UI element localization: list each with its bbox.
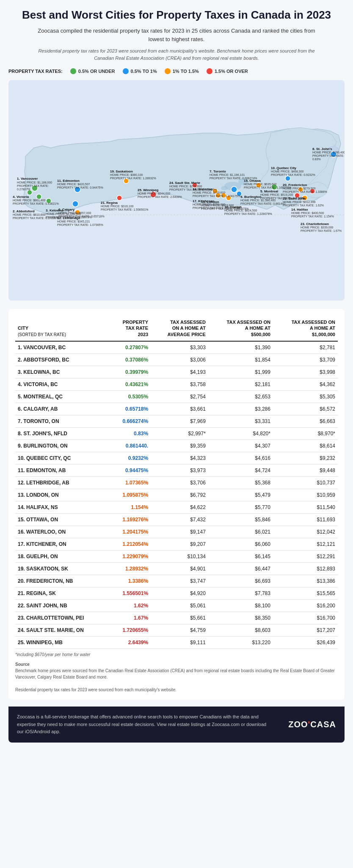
cell-city: 3. KELOWNA, BC <box>15 366 110 378</box>
cell-rate: 1.154% <box>110 501 151 514</box>
col-1m: TAX ASSESSED ONA HOME AT$1,000,000 <box>273 316 338 341</box>
svg-point-10 <box>231 186 237 192</box>
cell-1m: $12,042 <box>273 526 338 538</box>
svg-text:PROPERTY TAX RATE: 0.9232%: PROPERTY TAX RATE: 0.9232% <box>271 173 315 176</box>
cell-1m: $9,448 <box>273 465 338 477</box>
table-body: 1. VANCOUVER, BC0.27807%$3,303$1,390$2,7… <box>15 341 338 649</box>
legend-item-blue: 0.5% TO 1% <box>123 68 157 74</box>
svg-text:8. St. John's: 8. St. John's <box>312 147 332 151</box>
footer: Zoocasa is a full-service brokerage that… <box>8 707 345 743</box>
svg-text:HOME PRICE: $345,221: HOME PRICE: $345,221 <box>57 220 90 223</box>
table-row: 23. CHARLOTTETOWN, PEI1.67%$5,661$8,350$… <box>15 612 338 624</box>
cell-1m: $3,998 <box>273 366 338 378</box>
canada-map-svg: 1. Vancouver HOME PRICE: $1,188,000 PROP… <box>8 80 345 300</box>
cell-city: 17. KITCHENER, ON <box>15 538 110 551</box>
table-row: 18. GUELPH, ON1.229079%$10,134$6,145$12,… <box>15 551 338 563</box>
cell-avg: $2,997* <box>151 428 208 440</box>
legend-dot-orange <box>165 68 171 74</box>
cell-500k: $7,783 <box>208 587 273 600</box>
cell-city: 21. REGINA, SK <box>15 587 110 600</box>
source-section: Source Benchmark home prices were source… <box>15 661 338 693</box>
svg-text:11. Edmonton: 11. Edmonton <box>57 179 80 183</box>
cell-avg: $3,747 <box>151 575 208 587</box>
cell-city: 20. FREDERICTON, NB <box>15 575 110 587</box>
source-label: Source <box>15 662 30 667</box>
cell-rate: 1.67% <box>110 612 151 624</box>
cell-rate: 0.43621% <box>110 378 151 391</box>
legend-item-orange: 1% TO 1.5% <box>165 68 199 74</box>
cell-avg: $3,758 <box>151 378 208 391</box>
svg-text:9. Burlington: 9. Burlington <box>240 195 261 199</box>
cell-avg: $3,661 <box>151 403 208 415</box>
svg-text:PROPERTY TAX RATE:: PROPERTY TAX RATE: <box>17 184 49 187</box>
table-row: 24. SAULT STE. MARIE, ON1.720655%$4,759$… <box>15 624 338 637</box>
cell-rate: 0.65718% <box>110 403 151 415</box>
cell-city: 6. CALGARY, AB <box>15 403 110 415</box>
svg-text:PROPERTY TAX RATE: 1.204175%: PROPERTY TAX RATE: 1.204175% <box>193 195 240 198</box>
cell-avg: $5,661 <box>151 612 208 624</box>
cell-city: 8. ST. JOHN'S, NFLD <box>15 428 110 440</box>
cell-avg: $4,622 <box>151 501 208 514</box>
svg-text:HOME PRICE: $339,000: HOME PRICE: $339,000 <box>301 226 334 229</box>
table-row: 6. CALGARY, AB0.65718%$3,661$3,286$6,572 <box>15 403 338 415</box>
cell-city: 25. WINNIPEG, MB <box>15 637 110 649</box>
cell-city: 13. LONDON, ON <box>15 489 110 501</box>
cell-avg: $4,323 <box>151 452 208 465</box>
cell-500k: $6,447 <box>208 563 273 575</box>
cell-500k: $4,724 <box>208 465 273 477</box>
svg-text:23. Charlottetown: 23. Charlottetown <box>301 222 329 226</box>
cell-city: 15. OTTAWA, ON <box>15 514 110 526</box>
table-row: 19. SASKATOON, SK1.28932%$4,901$6,447$12… <box>15 563 338 575</box>
cell-rate: 1.212054% <box>110 538 151 551</box>
svg-text:PROPERTY TAX RATE: 1.154%: PROPERTY TAX RATE: 1.154% <box>291 215 334 218</box>
cell-avg: $4,920 <box>151 587 208 600</box>
cell-1m: $4,362 <box>273 378 338 391</box>
cell-city: 22. SAINT JOHN, NB <box>15 600 110 612</box>
cell-rate: 1.095875% <box>110 489 151 501</box>
svg-text:HOME PRICE: $312,399: HOME PRICE: $312,399 <box>283 200 316 203</box>
svg-text:HOME PRICE: $759,600: HOME PRICE: $759,600 <box>193 191 226 194</box>
table-row: 2. ABBOTSFORD, BC0.37086%$3,006$1,854$3,… <box>15 354 338 366</box>
cell-1m: $16,700 <box>273 612 338 624</box>
cell-1m: $11,693 <box>273 514 338 526</box>
cell-1m: $26,439 <box>273 637 338 649</box>
cell-city: 9. BURLINGTON, ON <box>15 440 110 452</box>
cell-avg: $10,134 <box>151 551 208 563</box>
svg-point-13 <box>285 176 290 181</box>
table-row: 15. OTTAWA, ON1.169276%$7,432$5,846$11,6… <box>15 514 338 526</box>
legend-label: PROPERTY TAX RATES: <box>8 69 63 74</box>
table-row: 4. VICTORIA, BC0.43621%$3,758$2,181$4,36… <box>15 378 338 391</box>
cell-city: 4. VICTORIA, BC <box>15 378 110 391</box>
svg-text:PROPERTY TAX RATE: 1.67%: PROPERTY TAX RATE: 1.67% <box>301 229 342 232</box>
svg-text:PROPERTY TAX RATE: 1.3386%: PROPERTY TAX RATE: 1.3386% <box>283 190 327 193</box>
cell-city: 18. GUELPH, ON <box>15 551 110 563</box>
table-row: 12. LETHBRIDGE, AB1.07365%$3,706$5,368$1… <box>15 477 338 489</box>
cell-500k: $13,220 <box>208 637 273 649</box>
cell-avg: $3,973 <box>151 465 208 477</box>
legend-dot-green <box>70 68 76 74</box>
svg-text:PROPERTY TAX RATE:: PROPERTY TAX RATE: <box>312 154 344 157</box>
cell-rate: 1.62% <box>110 600 151 612</box>
table-section: CITY(SORTED BY TAX RATE) PROPERTYTAX RAT… <box>8 309 345 700</box>
svg-text:20. Fredericton: 20. Fredericton <box>283 183 307 187</box>
svg-text:PROPERTY TAX RATE: 1.62%: PROPERTY TAX RATE: 1.62% <box>283 204 324 207</box>
cell-500k: $5,770 <box>208 501 273 514</box>
cell-rate: 2.6439% <box>110 637 151 649</box>
svg-text:HOME PRICE: $824,500: HOME PRICE: $824,500 <box>224 209 257 212</box>
table-row: 11. EDMONTON, AB0.94475%$3,973$4,724$9,4… <box>15 465 338 477</box>
svg-text:18. Guelph: 18. Guelph <box>224 205 242 209</box>
cell-city: 7. TORONTO, ON <box>15 415 110 428</box>
cell-500k: $4,820* <box>208 428 273 440</box>
cell-rate: 1.169276% <box>110 514 151 526</box>
footer-text: Zoocasa is a full-service brokerage that… <box>17 713 271 736</box>
cell-rate: 0.83% <box>110 428 151 440</box>
table-row: 3. KELOWNA, BC0.39979%$4,193$1,999$3,998 <box>15 366 338 378</box>
svg-text:PROPERTY TAX RATE: 0.861442.: PROPERTY TAX RATE: 0.861442. <box>240 202 286 205</box>
svg-point-24 <box>117 195 122 200</box>
cell-1m: $3,709 <box>273 354 338 366</box>
cell-avg: $4,759 <box>151 624 208 637</box>
cell-avg: $7,969 <box>151 415 208 428</box>
svg-text:HOME PRICE: $279,900: HOME PRICE: $279,900 <box>283 187 316 190</box>
map-container: 1. Vancouver HOME PRICE: $1,188,000 PROP… <box>8 80 345 300</box>
table-row: 7. TORONTO, ON0.666274%$7,969$3,331$6,66… <box>15 415 338 428</box>
